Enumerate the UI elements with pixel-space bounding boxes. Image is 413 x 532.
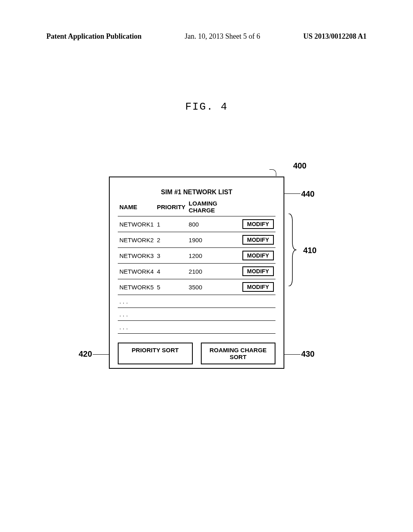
modify-button[interactable]: MODIFY [242, 282, 274, 292]
cell-name: . . . [118, 308, 155, 321]
header-left: Patent Application Publication [46, 32, 142, 41]
cell-name: NETWORK2 [118, 232, 155, 248]
header-right: US 2013/0012208 A1 [303, 32, 367, 41]
leader-420 [93, 354, 109, 355]
table-row: NETWORK2 2 1900 MODIFY [118, 232, 275, 248]
network-table: NAME PRIORITY LOAMING CHARGE NETWORK1 1 … [118, 197, 275, 334]
modify-button[interactable]: MODIFY [242, 235, 274, 245]
cell-name: NETWORK3 [118, 248, 155, 264]
table-row: . . . [118, 321, 275, 334]
cell-priority: 5 [155, 279, 187, 295]
modify-button[interactable]: MODIFY [242, 251, 274, 260]
cell-priority: 4 [155, 264, 187, 279]
cell-charge: 3500 [187, 279, 240, 295]
figure-label: FIG. 4 [0, 101, 413, 113]
figure-diagram: 400 SIM #1 NETWORK LIST NAME PRIORITY LO… [109, 169, 284, 369]
cell-name: NETWORK1 [118, 216, 155, 232]
page-header: Patent Application Publication Jan. 10, … [46, 32, 367, 41]
col-charge: LOAMING CHARGE [187, 197, 240, 216]
table-row: NETWORK4 4 2100 MODIFY [118, 264, 275, 279]
network-list-panel: SIM #1 NETWORK LIST NAME PRIORITY LOAMIN… [109, 177, 284, 369]
cell-name: . . . [118, 321, 155, 334]
panel-title: SIM #1 NETWORK LIST [118, 189, 275, 196]
roaming-charge-sort-button[interactable]: ROAMING CHARGE SORT [201, 343, 276, 364]
leader-430 [284, 354, 300, 355]
ref-440: 440 [301, 189, 315, 199]
cell-priority: 2 [155, 232, 187, 248]
col-name: NAME [118, 197, 155, 216]
cell-charge: 800 [187, 216, 240, 232]
cell-charge: 2100 [187, 264, 240, 279]
priority-sort-button[interactable]: PRIORITY SORT [118, 343, 193, 364]
cell-priority: 3 [155, 248, 187, 264]
modify-button[interactable]: MODIFY [242, 266, 274, 276]
table-row: NETWORK1 1 800 MODIFY [118, 216, 275, 232]
cell-name: . . . [118, 295, 155, 308]
table-row: NETWORK5 5 3500 MODIFY [118, 279, 275, 295]
cell-name: NETWORK4 [118, 264, 155, 279]
modify-button[interactable]: MODIFY [242, 219, 274, 229]
cell-priority: 1 [155, 216, 187, 232]
ref-410: 410 [303, 246, 317, 255]
cell-name: NETWORK5 [118, 279, 155, 295]
table-row: NETWORK3 3 1200 MODIFY [118, 248, 275, 264]
leader-400 [269, 169, 276, 176]
ref-420: 420 [79, 349, 92, 359]
brace-410 [288, 214, 296, 286]
cell-charge: 1900 [187, 232, 240, 248]
cell-charge: 1200 [187, 248, 240, 264]
table-row: . . . [118, 295, 275, 308]
table-row: . . . [118, 308, 275, 321]
col-priority: PRIORITY [155, 197, 187, 216]
sort-row: PRIORITY SORT ROAMING CHARGE SORT [118, 343, 275, 364]
header-middle: Jan. 10, 2013 Sheet 5 of 6 [185, 32, 260, 41]
ref-430: 430 [301, 349, 315, 359]
ref-400: 400 [293, 161, 307, 170]
col-action [240, 197, 275, 216]
leader-440 [284, 193, 300, 194]
